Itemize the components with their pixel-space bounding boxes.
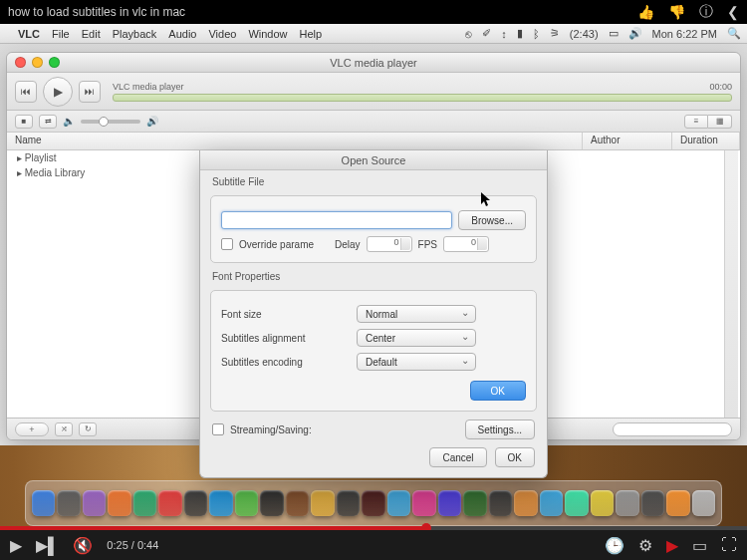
menu-video[interactable]: Video: [208, 28, 236, 40]
dock-app-icon[interactable]: [489, 490, 512, 516]
dock-app-icon[interactable]: [260, 490, 283, 516]
fps-stepper[interactable]: 0: [443, 236, 489, 252]
battery-status[interactable]: (2:43): [570, 28, 599, 40]
youtube-youtube-icon[interactable]: ▶: [666, 536, 678, 555]
dock-app-icon[interactable]: [362, 490, 384, 516]
menu-file[interactable]: File: [52, 28, 70, 40]
youtube-fullscreen-icon[interactable]: ⛶: [721, 536, 737, 554]
dock-app-icon[interactable]: [591, 490, 614, 516]
dislike-icon[interactable]: 👎: [668, 4, 685, 20]
stop-button[interactable]: ■: [15, 115, 33, 129]
shuffle-button[interactable]: ⤨: [55, 422, 73, 436]
info-icon[interactable]: ⓘ: [699, 3, 713, 21]
dock-app-icon[interactable]: [438, 490, 461, 516]
wifi-icon[interactable]: ⚞: [550, 27, 560, 40]
dock-app-icon[interactable]: [311, 490, 334, 516]
play-button[interactable]: ▶: [43, 77, 73, 107]
share-icon[interactable]: ❮: [727, 4, 739, 20]
view-grid-icon[interactable]: ▦: [708, 115, 732, 129]
seek-bar[interactable]: [113, 94, 732, 102]
menu-help[interactable]: Help: [300, 28, 323, 40]
youtube-next-button[interactable]: ▶▌: [36, 536, 59, 555]
add-to-playlist-button[interactable]: +: [15, 422, 49, 436]
dock-app-icon[interactable]: [540, 490, 563, 516]
dock-app-icon[interactable]: [133, 490, 156, 516]
youtube-time: 0:25 / 0:44: [107, 539, 158, 551]
open-source-sheet: Open Source Subtitle File Browse... Over…: [199, 150, 548, 478]
menubar-extra-icon[interactable]: ⎋: [465, 28, 472, 40]
dock-app-icon[interactable]: [108, 490, 130, 516]
playlist-body[interactable]: ▸ Playlist ▸ Media Library Open Source S…: [7, 150, 740, 418]
menu-window[interactable]: Window: [248, 28, 287, 40]
menu-edit[interactable]: Edit: [82, 28, 101, 40]
font-properties-group: Font size Normal Subtitles alignment Cen…: [210, 290, 537, 412]
playlist-column-headers[interactable]: Name Author Duration: [7, 133, 740, 150]
youtube-theater-icon[interactable]: ▭: [692, 536, 707, 555]
youtube-settings-icon[interactable]: ⚙: [638, 536, 652, 555]
scrollbar[interactable]: [724, 150, 738, 418]
spotlight-icon[interactable]: 🔍: [727, 27, 741, 40]
app-menu[interactable]: VLC: [18, 28, 40, 40]
dock-app-icon[interactable]: [692, 490, 715, 516]
column-author[interactable]: Author: [583, 133, 672, 149]
browse-button[interactable]: Browse...: [458, 210, 526, 230]
dock-app-icon[interactable]: [412, 490, 435, 516]
dock-app-icon[interactable]: [666, 490, 689, 516]
battery-icon[interactable]: ▭: [609, 27, 619, 40]
menubar-extra-icon[interactable]: ↕: [501, 28, 507, 40]
vlc-window: VLC media player ⏮ ▶ ⏭ VLC media player …: [6, 52, 741, 440]
youtube-play-button[interactable]: ▶: [10, 536, 22, 555]
youtube-mute-button[interactable]: 🔇: [73, 536, 93, 555]
dock-app-icon[interactable]: [32, 490, 55, 516]
encoding-select[interactable]: Default: [357, 353, 476, 371]
delay-stepper[interactable]: 0: [367, 236, 412, 252]
dock-app-icon[interactable]: [83, 490, 106, 516]
streaming-checkbox[interactable]: [212, 423, 224, 435]
minimize-icon[interactable]: [32, 57, 43, 68]
vlc-titlebar[interactable]: VLC media player: [7, 53, 740, 73]
dock-app-icon[interactable]: [387, 490, 410, 516]
dock-app-icon[interactable]: [514, 490, 537, 516]
ok-button[interactable]: OK: [495, 447, 535, 467]
clock[interactable]: Mon 6:22 PM: [652, 28, 717, 40]
dock-app-icon[interactable]: [641, 490, 664, 516]
loop-button[interactable]: ↻: [79, 422, 97, 436]
menu-audio[interactable]: Audio: [168, 28, 196, 40]
volume-icon[interactable]: 🔊: [628, 27, 642, 40]
dock-app-icon[interactable]: [209, 490, 232, 516]
view-list-icon[interactable]: ≡: [684, 115, 708, 129]
subtitle-path-input[interactable]: [221, 211, 452, 229]
column-name[interactable]: Name: [7, 133, 583, 149]
dock-app-icon[interactable]: [57, 490, 80, 516]
dock-app-icon[interactable]: [337, 490, 360, 516]
zoom-icon[interactable]: [49, 57, 60, 68]
dock-app-icon[interactable]: [235, 490, 258, 516]
dock-app-icon[interactable]: [184, 490, 207, 516]
repeat-button[interactable]: ⇄: [39, 115, 57, 129]
youtube-watch-later-icon[interactable]: 🕒: [605, 536, 624, 555]
menubar-extra-icon[interactable]: ✐: [482, 27, 491, 40]
settings-button[interactable]: Settings...: [465, 420, 535, 439]
override-params-checkbox[interactable]: [221, 238, 233, 250]
dock-app-icon[interactable]: [616, 490, 638, 516]
font-size-select[interactable]: Normal: [357, 305, 476, 323]
like-icon[interactable]: 👍: [637, 4, 654, 20]
playlist-search-input[interactable]: [613, 422, 732, 436]
dock-app-icon[interactable]: [158, 490, 181, 516]
dock-app-icon[interactable]: [286, 490, 309, 516]
menubar-extra-icon[interactable]: ▮: [517, 27, 523, 40]
dock-app-icon[interactable]: [565, 490, 588, 516]
view-mode-segmented[interactable]: ≡ ▦: [684, 115, 732, 129]
mac-dock[interactable]: [25, 480, 722, 526]
column-duration[interactable]: Duration: [672, 133, 740, 149]
cancel-button[interactable]: Cancel: [429, 447, 486, 467]
menu-playback[interactable]: Playback: [113, 28, 157, 40]
inner-ok-button[interactable]: OK: [470, 381, 526, 401]
alignment-select[interactable]: Center: [357, 329, 476, 347]
volume-slider[interactable]: [81, 120, 140, 124]
dock-app-icon[interactable]: [463, 490, 486, 516]
close-icon[interactable]: [15, 57, 26, 68]
next-button[interactable]: ⏭: [79, 81, 101, 103]
prev-button[interactable]: ⏮: [15, 81, 37, 103]
bluetooth-icon[interactable]: ᛒ: [533, 28, 540, 40]
